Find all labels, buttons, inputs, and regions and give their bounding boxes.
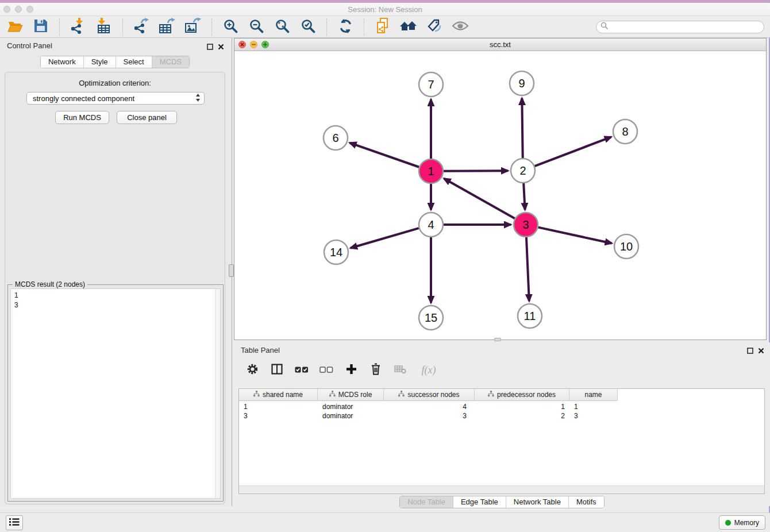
zoom-selected-button[interactable] [299, 18, 317, 36]
column-label: predecessor nodes [497, 391, 556, 399]
export-network-button[interactable] [132, 18, 151, 36]
table-cell[interactable]: 3 [384, 411, 475, 421]
open-session-button[interactable] [6, 18, 24, 36]
tab-network[interactable]: Network [41, 56, 83, 68]
table-row[interactable]: 3dominator323 [239, 411, 764, 421]
toggle-labels-button[interactable] [425, 18, 444, 36]
table-cell[interactable]: 3 [239, 411, 318, 421]
tab-edge-table[interactable]: Edge Table [453, 496, 506, 508]
network-resize-handle[interactable] [494, 338, 501, 341]
tab-style[interactable]: Style [83, 56, 116, 68]
edge-1-6[interactable] [350, 143, 419, 167]
split-columns-button[interactable] [269, 362, 285, 378]
run-mcds-button[interactable]: Run MCDS [55, 111, 109, 124]
node-3[interactable]: 3 [514, 213, 538, 237]
edge-3-11[interactable] [526, 237, 529, 301]
node-4[interactable]: 4 [419, 213, 443, 237]
export-image-button[interactable] [184, 18, 202, 36]
node-15[interactable]: 15 [419, 306, 443, 330]
search-box[interactable] [596, 21, 764, 33]
node-7[interactable]: 7 [419, 72, 443, 97]
table-toolbar: f(x) [244, 361, 440, 379]
delete-column-button[interactable] [368, 362, 384, 378]
table-settings-button[interactable] [244, 362, 260, 378]
column-header-shared-name[interactable]: shared name [239, 389, 318, 401]
table-cell[interactable]: 4 [384, 402, 475, 411]
export-table-button[interactable] [158, 18, 176, 36]
zoom-fit-button[interactable] [273, 18, 291, 36]
tab-mcds[interactable]: MCDS [152, 56, 189, 68]
close-panel-icon[interactable] [758, 346, 764, 356]
titlebar: Session: New Session [0, 3, 770, 16]
edge-2-8[interactable] [535, 137, 611, 166]
node-11[interactable]: 11 [518, 304, 542, 328]
optimization-criterion-label: Optimization criterion: [5, 79, 225, 87]
export-table-icon [159, 18, 176, 36]
show-graphics-details-button[interactable] [451, 18, 469, 36]
float-panel-icon[interactable] [207, 42, 213, 52]
panel-divider-handle[interactable] [229, 264, 234, 277]
select-all-columns-button[interactable] [294, 362, 310, 378]
zoom-out-button[interactable] [247, 18, 265, 36]
criterion-dropdown[interactable]: strongly connected component [26, 92, 205, 105]
node-table[interactable]: shared nameMCDS rolesuccessor nodesprede… [238, 388, 765, 494]
mcds-result-text[interactable]: 1 3 [10, 288, 221, 499]
tab-network-table[interactable]: Network Table [506, 496, 568, 508]
zoom-in-button[interactable] [221, 18, 240, 36]
edge-1-2[interactable] [444, 171, 508, 171]
add-column-button[interactable] [343, 362, 359, 378]
memory-label: Memory [734, 519, 759, 527]
apply-layout-button[interactable] [336, 18, 355, 36]
clear-all-columns-button[interactable] [318, 362, 334, 378]
column-header-predecessor-nodes[interactable]: predecessor nodes [475, 389, 569, 401]
edge-3-1[interactable] [444, 179, 515, 218]
search-input[interactable] [611, 23, 764, 31]
node-label: 8 [622, 125, 628, 138]
import-table-button[interactable] [95, 18, 113, 36]
table-row[interactable]: 1dominator411 [239, 402, 764, 411]
node-9[interactable]: 9 [510, 71, 534, 95]
edge-2-9[interactable] [522, 98, 522, 158]
column-header-name[interactable]: name [569, 389, 618, 401]
table-cell[interactable]: 2 [475, 411, 569, 421]
result-scrollbar[interactable] [215, 289, 220, 498]
float-panel-icon[interactable] [747, 346, 753, 356]
tab-select[interactable]: Select [116, 56, 152, 68]
table-cell[interactable]: 1 [569, 402, 618, 411]
edge-2-3[interactable] [523, 183, 525, 210]
tab-node-table[interactable]: Node Table [400, 496, 453, 508]
copy-share-button[interactable] [374, 18, 392, 36]
node-6[interactable]: 6 [324, 126, 348, 150]
table-cell[interactable]: dominator [318, 411, 384, 421]
home-button[interactable] [399, 18, 418, 36]
node-10[interactable]: 10 [614, 234, 638, 259]
node-8[interactable]: 8 [613, 119, 637, 144]
table-cell[interactable]: 3 [569, 411, 618, 421]
function-builder-button[interactable]: f(x) [417, 362, 440, 378]
close-panel-icon[interactable] [218, 42, 224, 52]
task-history-button[interactable] [6, 515, 23, 530]
toolbar-separator [364, 18, 364, 36]
memory-button[interactable]: Memory [719, 515, 765, 530]
save-session-button[interactable] [32, 18, 50, 36]
control-panel-header: Control Panel [0, 38, 230, 54]
node-2[interactable]: 2 [511, 159, 535, 183]
gear-icon [246, 363, 259, 377]
tab-motifs[interactable]: Motifs [568, 496, 604, 508]
table-cell[interactable]: dominator [318, 402, 384, 411]
import-network-button[interactable] [69, 18, 87, 36]
copy-document-icon [375, 18, 390, 36]
edge-3-10[interactable] [538, 228, 611, 244]
table-cell[interactable]: 1 [239, 402, 318, 411]
node-14[interactable]: 14 [324, 240, 348, 264]
homes-icon [399, 19, 418, 34]
table-cell[interactable]: 1 [475, 402, 569, 411]
main-toolbar [0, 16, 770, 38]
edge-4-14[interactable] [351, 228, 419, 248]
node-1[interactable]: 1 [419, 159, 443, 183]
delete-table-button[interactable] [392, 362, 409, 378]
close-panel-button[interactable]: Close panel [117, 111, 177, 124]
network-canvas[interactable]: 7968124314101511 [234, 51, 766, 340]
column-header-MCDS-role[interactable]: MCDS role [318, 389, 384, 401]
column-header-successor-nodes[interactable]: successor nodes [384, 389, 475, 401]
